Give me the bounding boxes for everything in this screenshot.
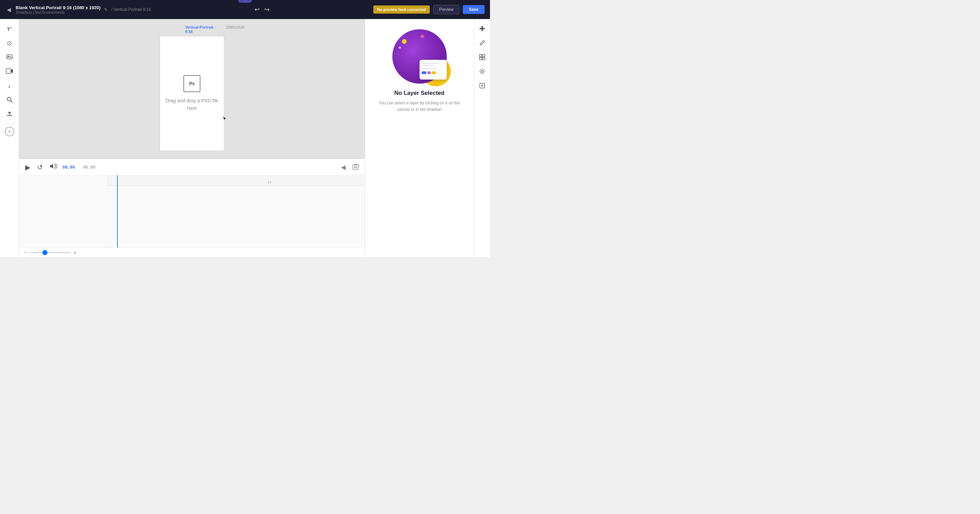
delete-layer-button[interactable] bbox=[351, 162, 360, 173]
redo-button[interactable]: ↪ bbox=[264, 6, 269, 13]
undo-redo-group: ↩ ↪ bbox=[154, 6, 369, 13]
canvas-name-line2: 9:16 bbox=[185, 30, 215, 34]
ps-icon: Ps bbox=[183, 75, 200, 92]
audio-tool-button[interactable]: ♪ bbox=[3, 79, 16, 92]
canvas-wrapper: Vertical-Portrait- 9:16 1080x1920 Ps Dra… bbox=[19, 19, 365, 159]
card-line-3 bbox=[422, 68, 437, 69]
svg-line-4 bbox=[11, 101, 12, 102]
no-layer-description: You can select a layer by clicking on it… bbox=[372, 100, 467, 113]
music-icon: ♪ bbox=[8, 82, 11, 90]
canvas-name-block: Vertical-Portrait- 9:16 bbox=[185, 25, 215, 34]
collapse-timeline-button[interactable]: ◀ bbox=[340, 162, 347, 172]
search-tool-button[interactable] bbox=[3, 94, 16, 107]
topbar-right-actions: No preview feed connected Preview Save bbox=[373, 5, 485, 14]
svg-rect-2 bbox=[6, 69, 11, 73]
canvas-label-group: Vertical-Portrait- 9:16 1080x1920 bbox=[185, 25, 215, 34]
layers-icon: ⊙ bbox=[7, 40, 12, 47]
breadcrumb: / Vertical-Portrait-9:16 bbox=[111, 7, 151, 12]
play-button[interactable]: ▶ bbox=[24, 162, 32, 173]
timeline-tracks-panel bbox=[19, 175, 108, 247]
svg-rect-13 bbox=[479, 57, 482, 60]
svg-rect-11 bbox=[479, 54, 482, 57]
video-icon bbox=[6, 67, 13, 76]
canvas-size-label: 1080x1920 bbox=[226, 25, 244, 29]
upload-tool-button[interactable] bbox=[3, 108, 16, 121]
timeline-ruler: 1s bbox=[108, 175, 365, 186]
no-preview-badge: No preview feed connected bbox=[373, 5, 430, 14]
chevron-down-icon: ⌄ bbox=[244, 0, 247, 3]
volume-button[interactable] bbox=[48, 162, 59, 172]
bar-yellow bbox=[432, 71, 436, 74]
timeline-zoom-bar: − + bbox=[19, 247, 365, 257]
zoom-plus-button[interactable]: + bbox=[73, 249, 76, 255]
search-icon bbox=[6, 96, 13, 105]
add-layer-bar-button[interactable] bbox=[476, 22, 488, 35]
right-panel: No Layer Selected You can select a layer… bbox=[365, 19, 474, 257]
canvas-name-line1: Vertical-Portrait- bbox=[185, 25, 215, 30]
time-current: 00.00 bbox=[63, 165, 75, 170]
card-color-bars bbox=[422, 71, 445, 74]
svg-rect-10 bbox=[482, 26, 483, 31]
svg-point-15 bbox=[481, 70, 483, 72]
svg-point-3 bbox=[7, 97, 11, 101]
text-plus-icon: T+ bbox=[7, 26, 11, 32]
time-total: 00.00 bbox=[83, 165, 95, 170]
drop-text: Drag and drop a PSD file here bbox=[160, 97, 224, 112]
card-mockup bbox=[420, 60, 447, 79]
zoom-minus-button[interactable]: − bbox=[24, 249, 27, 255]
topbar-collapse-chevron[interactable]: ⌄ bbox=[238, 0, 252, 3]
bar-blue bbox=[422, 71, 426, 74]
timeline-toolbar: ▶ ↺ 00.00 00.00 ◀ bbox=[19, 159, 365, 175]
card-line-2 bbox=[422, 65, 433, 66]
playhead-line[interactable]: 00.00s bbox=[117, 175, 118, 247]
title-block: Blank Vertical Portrait 9:16 (1080 x 192… bbox=[16, 5, 100, 14]
illustration-container bbox=[392, 29, 447, 84]
zoom-slider[interactable] bbox=[30, 252, 70, 253]
project-subtitle: Smartly.io (Test Environment) bbox=[16, 10, 100, 14]
back-button[interactable]: ◀ bbox=[5, 5, 12, 14]
project-title: Blank Vertical Portrait 9:16 (1080 x 192… bbox=[16, 5, 100, 10]
brush-bar-button[interactable] bbox=[476, 37, 488, 49]
image-tool-button[interactable] bbox=[3, 51, 16, 64]
timeline-body: 1s 00.00s bbox=[19, 175, 365, 247]
preview-button[interactable]: Preview bbox=[433, 5, 460, 14]
right-icon-bar bbox=[474, 19, 490, 257]
undo-button[interactable]: ↩ bbox=[255, 6, 259, 13]
white-dot bbox=[399, 47, 401, 49]
pencil-icon: ✎ bbox=[104, 7, 108, 12]
topbar: ⌄ ◀ Blank Vertical Portrait 9:16 (1080 x… bbox=[0, 0, 490, 19]
save-button[interactable]: Save bbox=[463, 5, 485, 14]
replay-button[interactable]: ↺ bbox=[36, 162, 44, 173]
table-bar-button[interactable] bbox=[476, 51, 488, 63]
left-toolbar: T+ ⊙ ♪ bbox=[0, 19, 19, 257]
psd-drop-canvas[interactable]: Ps Drag and drop a PSD file here bbox=[159, 36, 224, 151]
layers-tool-button[interactable]: ⊙ bbox=[3, 37, 16, 50]
upload-icon bbox=[6, 111, 13, 119]
add-more-button[interactable]: + bbox=[5, 127, 14, 136]
svg-rect-12 bbox=[482, 54, 485, 57]
main-layout: T+ ⊙ ♪ bbox=[0, 19, 490, 257]
ruler-1s-mark: 1s bbox=[267, 180, 272, 184]
settings-bar-button[interactable] bbox=[476, 65, 488, 78]
canvas-timeline-column: Vertical-Portrait- 9:16 1080x1920 Ps Dra… bbox=[19, 19, 365, 257]
image-icon bbox=[6, 53, 13, 62]
transform-bar-button[interactable] bbox=[476, 79, 488, 92]
bar-pink bbox=[427, 71, 431, 74]
pink-dot bbox=[421, 35, 424, 38]
no-layer-title: No Layer Selected bbox=[395, 90, 444, 97]
card-line-1 bbox=[422, 63, 439, 64]
toolbar-divider bbox=[5, 124, 14, 124]
timeline-ruler-panel: 1s 00.00s bbox=[108, 175, 365, 247]
yellow-dot bbox=[402, 39, 407, 44]
add-text-tool-button[interactable]: T+ bbox=[3, 22, 16, 35]
video-tool-button[interactable] bbox=[3, 65, 16, 78]
edit-title-button[interactable]: ✎ bbox=[104, 7, 108, 12]
bottom-timeline: ▶ ↺ 00.00 00.00 ◀ bbox=[19, 159, 365, 257]
svg-rect-14 bbox=[482, 57, 485, 60]
